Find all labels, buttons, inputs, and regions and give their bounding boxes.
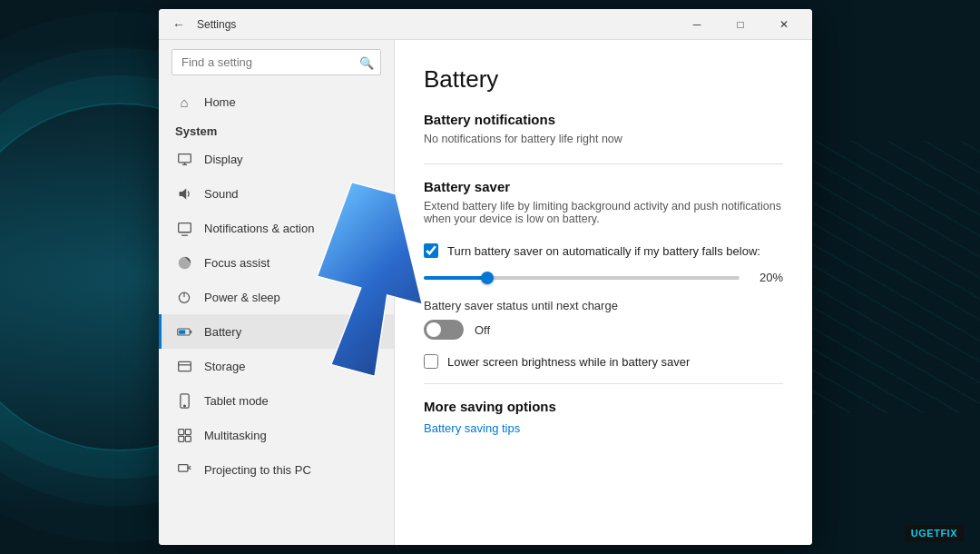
- brightness-label[interactable]: Lower screen brightness while in battery…: [447, 355, 690, 369]
- focus-icon: [175, 253, 193, 272]
- battery-threshold-slider-row: 20%: [424, 271, 783, 284]
- notifications-icon: [175, 219, 193, 237]
- slider-value: 20%: [750, 271, 783, 284]
- watermark: UGETFIX: [905, 525, 964, 541]
- sidebar-item-sound[interactable]: Sound: [159, 176, 394, 211]
- sidebar-item-sound-label: Sound: [204, 187, 239, 201]
- svg-rect-11: [179, 330, 185, 333]
- toggle-state-label: Off: [475, 323, 490, 337]
- svg-rect-19: [185, 436, 191, 441]
- sidebar-item-power-label: Power & sleep: [204, 291, 280, 304]
- power-icon: [175, 288, 193, 306]
- display-icon: [175, 150, 193, 168]
- svg-rect-17: [185, 429, 191, 434]
- search-input[interactable]: [172, 49, 381, 75]
- sidebar-item-battery-label: Battery: [204, 325, 241, 339]
- tablet-icon: [175, 391, 193, 410]
- sidebar-item-multitasking[interactable]: Multitasking: [159, 418, 394, 452]
- sidebar-item-focus[interactable]: Focus assist: [159, 245, 394, 280]
- page-title: Battery: [424, 65, 783, 94]
- svg-point-15: [183, 405, 185, 407]
- sidebar-item-notifications-label: Notifications & action: [204, 222, 314, 235]
- brightness-checkbox[interactable]: [424, 354, 438, 369]
- sidebar-item-battery[interactable]: Battery: [159, 314, 394, 349]
- sidebar-item-storage-label: Storage: [204, 360, 246, 373]
- sidebar-item-tablet[interactable]: Tablet mode: [159, 383, 394, 418]
- auto-battery-saver-checkbox[interactable]: [424, 243, 438, 258]
- more-saving-heading: More saving options: [424, 399, 783, 414]
- sidebar-section-system: System: [159, 119, 394, 142]
- svg-rect-18: [178, 436, 183, 441]
- sidebar-item-projecting-label: Projecting to this PC: [204, 463, 311, 477]
- sidebar-item-home[interactable]: ⌂ Home: [159, 84, 394, 119]
- multitasking-icon: [175, 426, 193, 444]
- battery-saver-desc: Extend battery life by limiting backgrou…: [424, 200, 783, 225]
- home-icon: ⌂: [175, 93, 193, 111]
- brightness-row: Lower screen brightness while in battery…: [424, 354, 783, 369]
- svg-rect-10: [190, 331, 191, 333]
- svg-rect-20: [178, 464, 187, 471]
- battery-notifications-desc: No notifications for battery life right …: [424, 133, 783, 145]
- svg-rect-12: [178, 361, 191, 371]
- search-icon: 🔍: [359, 55, 374, 69]
- sidebar-item-storage[interactable]: Storage: [159, 349, 394, 383]
- window-body: 🔍 ⌂ Home System Display Sound: [159, 40, 812, 545]
- sidebar-item-display[interactable]: Display: [159, 142, 394, 176]
- auto-battery-saver-label[interactable]: Turn battery saver on automatically if m…: [447, 244, 760, 258]
- battery-saver-heading: Battery saver: [424, 179, 783, 194]
- sidebar-item-focus-label: Focus assist: [204, 256, 270, 270]
- sidebar-item-multitasking-label: Multitasking: [204, 429, 267, 442]
- slider-fill: [424, 276, 487, 280]
- divider-2: [424, 383, 783, 384]
- toggle-knob: [426, 322, 441, 337]
- sidebar-item-notifications[interactable]: Notifications & action: [159, 211, 394, 245]
- minimize-button[interactable]: ─: [676, 11, 718, 38]
- battery-saver-toggle[interactable]: [424, 320, 464, 340]
- title-bar: ← Settings ─ □ ✕: [159, 9, 812, 40]
- divider-1: [424, 163, 783, 164]
- window-controls: ─ □ ✕: [676, 11, 805, 38]
- sidebar-item-home-label: Home: [204, 95, 236, 109]
- battery-notifications-heading: Battery notifications: [424, 112, 783, 127]
- slider-thumb[interactable]: [481, 272, 494, 284]
- search-container: 🔍: [172, 49, 381, 75]
- toggle-section-label: Battery saver status until next charge: [424, 299, 783, 312]
- sidebar-item-projecting[interactable]: Projecting to this PC: [159, 452, 394, 487]
- svg-rect-16: [178, 429, 183, 434]
- auto-battery-saver-row: Turn battery saver on automatically if m…: [424, 243, 783, 258]
- svg-rect-0: [178, 153, 191, 162]
- sound-icon: [175, 184, 193, 203]
- battery-saver-toggle-row: Off: [424, 320, 783, 340]
- storage-icon: [175, 357, 193, 375]
- sidebar-item-tablet-label: Tablet mode: [204, 394, 269, 408]
- close-button[interactable]: ✕: [763, 11, 805, 38]
- settings-window: ← Settings ─ □ ✕ 🔍 ⌂ Home System: [159, 9, 812, 545]
- sidebar-item-power[interactable]: Power & sleep: [159, 280, 394, 314]
- sidebar: 🔍 ⌂ Home System Display Sound: [159, 40, 395, 545]
- svg-marker-3: [179, 188, 186, 199]
- window-title: Settings: [197, 18, 676, 31]
- maximize-button[interactable]: □: [720, 11, 761, 38]
- battery-saving-tips-link[interactable]: Battery saving tips: [424, 421, 520, 435]
- battery-icon: [175, 322, 193, 341]
- svg-rect-4: [178, 223, 191, 232]
- main-content: Battery Battery notifications No notific…: [395, 40, 812, 545]
- projecting-icon: [175, 460, 193, 479]
- back-button[interactable]: ←: [166, 12, 191, 37]
- slider-track[interactable]: [424, 276, 740, 280]
- sidebar-item-display-label: Display: [204, 153, 243, 166]
